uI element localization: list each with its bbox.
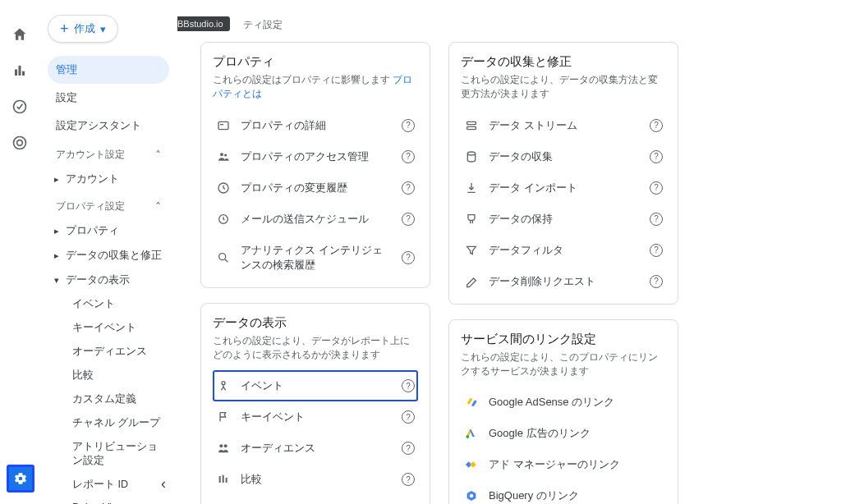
svg-point-30 [470, 494, 474, 498]
row-filter[interactable]: データフィルタ? [461, 235, 666, 266]
row-bigquery[interactable]: BigQuery のリンク [461, 480, 666, 504]
filter-icon [464, 243, 479, 258]
sidebar-sub-keyevents[interactable]: キーイベント [48, 316, 169, 340]
row-property-access[interactable]: プロパティのアクセス管理? [213, 141, 418, 172]
sidebar-item-account[interactable]: ▸アカウント [48, 167, 169, 191]
svg-rect-15 [219, 476, 221, 483]
svg-rect-29 [470, 461, 476, 468]
row-retention[interactable]: データの保持? [461, 204, 666, 235]
sidebar-sub-compare[interactable]: 比較 [48, 364, 169, 387]
data-display-children: イベント キーイベント オーディエンス 比較 カスタム定義 チャネル グループ … [48, 292, 169, 504]
retention-icon [464, 212, 479, 227]
svg-point-4 [13, 137, 25, 149]
flag-icon [216, 410, 231, 424]
delete-icon [464, 274, 479, 289]
sidebar-primary: 管理 設定 設定アシスタント [48, 56, 169, 140]
row-datacollect[interactable]: データの収集? [461, 141, 666, 172]
row-delete[interactable]: データ削除リクエスト? [461, 266, 666, 297]
chevron-up-icon: ˄ [155, 149, 161, 162]
reports-icon[interactable] [10, 61, 30, 80]
admanager-icon [464, 457, 479, 472]
sidebar-sub-reportid[interactable]: レポート ID [48, 473, 169, 497]
sidebar-item-assistant[interactable]: 設定アシスタント [48, 112, 169, 140]
chevron-up-icon: ˄ [155, 200, 161, 213]
row-property-history[interactable]: プロパティの変更履歴? [213, 172, 418, 204]
help-icon[interactable]: ? [650, 275, 663, 288]
sidebar-item-data-collect[interactable]: ▸データの収集と修正 [48, 243, 169, 268]
create-button-label: 作成 [74, 21, 95, 36]
advertising-icon[interactable] [10, 133, 30, 153]
sidebar-sub-custom[interactable]: カスタム定義 [48, 387, 169, 411]
row-ads[interactable]: Google 広告のリンク [461, 418, 666, 449]
tooltip: BBstudio.io [177, 16, 230, 31]
help-icon[interactable]: ? [402, 379, 415, 392]
schedule-icon [216, 212, 231, 227]
row-events[interactable]: イベント? [213, 370, 418, 401]
sidebar-item-admin[interactable]: 管理 [48, 56, 169, 84]
sidebar-sub-attribution[interactable]: アトリビューション設定 [48, 435, 169, 473]
row-search-history[interactable]: アナリティクス インテリジェンスの検索履歴? [213, 235, 418, 281]
help-icon[interactable]: ? [650, 244, 663, 257]
help-icon[interactable]: ? [402, 150, 415, 163]
svg-point-14 [224, 444, 227, 447]
row-datastream[interactable]: データ ストリーム? [461, 110, 666, 141]
create-button[interactable]: + 作成 ▾ [48, 15, 118, 43]
row-admanager[interactable]: アド マネージャーのリンク [461, 449, 666, 480]
help-icon[interactable]: ? [402, 442, 415, 455]
sidebar-sub-events[interactable]: イベント [48, 292, 169, 316]
details-icon [216, 118, 231, 133]
sidebar-sub-channel[interactable]: チャネル グループ [48, 411, 169, 435]
section-property[interactable]: プロパティ設定˄ [48, 191, 169, 218]
svg-point-9 [224, 153, 227, 156]
explore-icon[interactable] [10, 97, 30, 117]
content: BBstudio.io ティ設定 プロパティ これらの設定はプロパティに影響しま… [177, 0, 841, 504]
bigquery-icon [464, 488, 479, 503]
svg-rect-7 [220, 124, 223, 125]
help-icon[interactable]: ? [650, 213, 663, 226]
audience-icon [216, 441, 231, 456]
help-icon[interactable]: ? [650, 150, 663, 163]
help-icon[interactable]: ? [650, 181, 663, 195]
sidebar-sub-audiences[interactable]: オーディエンス [48, 340, 169, 364]
row-dataimport[interactable]: データ インポート? [461, 172, 666, 204]
row-property-details[interactable]: プロパティの詳細? [213, 110, 418, 141]
svg-rect-2 [22, 71, 25, 76]
help-icon[interactable]: ? [402, 410, 415, 424]
home-icon[interactable] [10, 25, 30, 44]
svg-rect-25 [467, 126, 476, 129]
svg-rect-24 [467, 121, 476, 124]
admin-gear-highlight [7, 465, 34, 493]
svg-rect-17 [226, 478, 227, 483]
row-audiences[interactable]: オーディエンス? [213, 433, 418, 464]
left-rail [0, 0, 39, 504]
sidebar-sub-debugview[interactable]: DebugView [48, 497, 169, 504]
card-title: データの表示 [213, 315, 418, 331]
sidebar-item-data-display[interactable]: ▾データの表示 [48, 268, 169, 292]
card-desc: これらの設定により、データの収集方法と変更方法が決まります [461, 73, 666, 102]
help-icon[interactable]: ? [402, 119, 415, 132]
card-title: データの収集と修正 [461, 54, 666, 70]
svg-point-5 [16, 140, 22, 146]
section-account[interactable]: アカウント設定˄ [48, 140, 169, 167]
svg-point-8 [220, 153, 223, 156]
row-keyevents[interactable]: キーイベント? [213, 401, 418, 433]
help-icon[interactable]: ? [402, 251, 415, 264]
svg-rect-1 [18, 66, 21, 76]
help-icon[interactable]: ? [402, 181, 415, 195]
row-compare[interactable]: 比較? [213, 464, 418, 495]
row-custom[interactable]: カスタム定義? [213, 495, 418, 504]
row-email-schedule[interactable]: メールの送信スケジュール? [213, 204, 418, 235]
help-icon[interactable]: ? [402, 473, 415, 486]
admin-icon[interactable] [7, 465, 34, 493]
help-icon[interactable]: ? [402, 213, 415, 226]
stream-icon [464, 118, 479, 133]
collapse-icon[interactable]: ‹ [161, 475, 166, 493]
sidebar-item-property[interactable]: ▸プロパティ [48, 218, 169, 243]
event-icon [216, 378, 231, 393]
history-icon [216, 181, 231, 195]
sidebar-item-settings[interactable]: 設定 [48, 84, 169, 112]
adsense-icon [464, 395, 479, 410]
row-adsense[interactable]: Google AdSense のリンク [461, 387, 666, 418]
help-icon[interactable]: ? [650, 119, 663, 132]
sidebar: + 作成 ▾ 管理 設定 設定アシスタント アカウント設定˄ ▸アカウント プロ… [39, 0, 177, 504]
